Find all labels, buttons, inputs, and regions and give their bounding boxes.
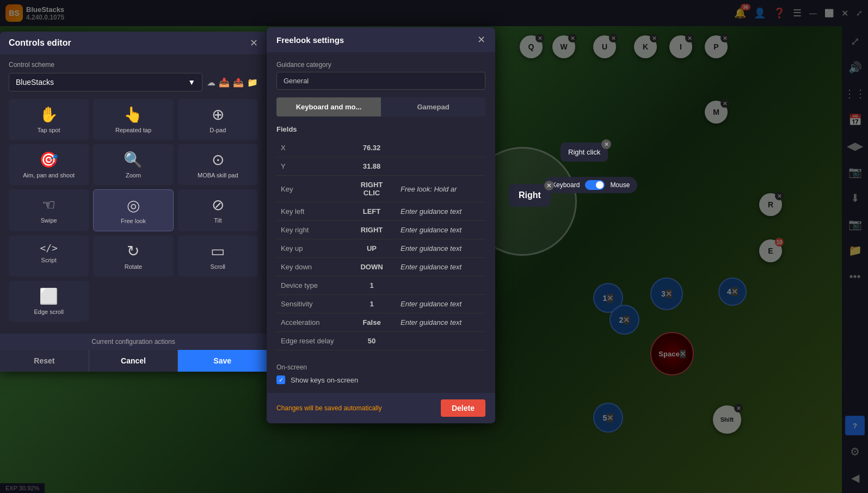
cloud-save-icon[interactable]: ☁ bbox=[207, 77, 216, 88]
config-actions-label: Current configuration actions bbox=[0, 334, 267, 350]
on-screen-label: On-screen bbox=[276, 363, 485, 371]
modal-close[interactable]: ✕ bbox=[477, 35, 485, 45]
guidance-category-input[interactable] bbox=[276, 72, 485, 90]
panel-title: Controls editor bbox=[9, 38, 71, 48]
moba-icon: ⊙ bbox=[212, 151, 224, 169]
field-device-type-guidance bbox=[396, 276, 485, 295]
field-edge-reset-delay-value[interactable]: 50 bbox=[347, 332, 396, 350]
scheme-name: BlueStacks bbox=[16, 78, 54, 87]
control-tap-spot[interactable]: ✋ Tap spot bbox=[9, 99, 89, 140]
control-edge-scroll[interactable]: ⬜ Edge scroll bbox=[9, 281, 89, 322]
zoom-icon: 🔍 bbox=[124, 151, 143, 169]
field-key-up-value[interactable]: UP bbox=[347, 239, 396, 258]
field-key-name: Key bbox=[276, 176, 347, 202]
panel-header: Controls editor ✕ bbox=[0, 32, 267, 54]
delete-button[interactable]: Delete bbox=[441, 399, 485, 417]
repeated-tap-icon: 👆 bbox=[124, 106, 143, 124]
control-moba[interactable]: ⊙ MOBA skill pad bbox=[178, 144, 258, 185]
control-aim-pan-shoot[interactable]: 🎯 Aim, pan and shoot bbox=[9, 144, 89, 185]
close-right-label[interactable]: ✕ bbox=[544, 181, 554, 190]
edge-scroll-label: Edge scroll bbox=[34, 309, 63, 315]
field-key-right-value[interactable]: RIGHT bbox=[347, 221, 396, 239]
folder-scheme-icon[interactable]: 📁 bbox=[247, 77, 258, 88]
tab-gamepad[interactable]: Gamepad bbox=[381, 97, 485, 116]
control-free-look[interactable]: ◎ Free look bbox=[93, 189, 173, 231]
toggle-switch[interactable] bbox=[585, 180, 605, 190]
control-swipe[interactable]: ☜ Swipe bbox=[9, 189, 89, 231]
field-key-left-value[interactable]: LEFT bbox=[347, 202, 396, 221]
free-look-icon: ◎ bbox=[127, 196, 140, 214]
field-edge-reset-delay-name: Edge reset delay bbox=[276, 332, 347, 350]
field-device-type-value[interactable]: 1 bbox=[347, 276, 396, 295]
keyboard-label: Keyboard bbox=[552, 181, 580, 189]
right-label-bubble: Right ✕ bbox=[509, 184, 551, 207]
tap-spot-label: Tap spot bbox=[38, 127, 60, 133]
field-key-up-guidance: Enter guidance text bbox=[396, 239, 485, 258]
zoom-label: Zoom bbox=[126, 172, 141, 178]
free-look-label: Free look bbox=[121, 218, 146, 224]
control-script[interactable]: </> Script bbox=[9, 236, 89, 276]
scroll-icon: ▭ bbox=[211, 242, 225, 260]
save-button[interactable]: Save bbox=[178, 350, 267, 372]
rotate-icon: ↻ bbox=[127, 242, 139, 260]
control-repeated-tap[interactable]: 👆 Repeated tap bbox=[93, 99, 173, 140]
field-key-left-guidance: Enter guidance text bbox=[396, 202, 485, 221]
field-acceleration-value[interactable]: False bbox=[347, 313, 396, 332]
import-icon[interactable]: 📥 bbox=[219, 77, 230, 88]
tilt-icon: ⊘ bbox=[212, 196, 224, 214]
export-icon[interactable]: 📤 bbox=[233, 77, 244, 88]
field-y-value[interactable]: 31.88 bbox=[347, 157, 396, 176]
control-scroll[interactable]: ▭ Scroll bbox=[178, 236, 258, 276]
dpad-label: D-pad bbox=[210, 127, 226, 133]
freelook-modal: Freelook settings ✕ Guidance category Ke… bbox=[267, 27, 495, 423]
on-screen-section: On-screen ✓ Show keys on-screen bbox=[276, 358, 485, 384]
modal-footer: Changes will be saved automatically Dele… bbox=[267, 393, 495, 423]
control-rotate[interactable]: ↻ Rotate bbox=[93, 236, 173, 276]
tab-keyboard-mouse[interactable]: Keyboard and mo... bbox=[276, 97, 381, 116]
control-tilt[interactable]: ⊘ Tilt bbox=[178, 189, 258, 231]
aim-pan-shoot-icon: 🎯 bbox=[39, 151, 58, 169]
dropdown-chevron: ▼ bbox=[188, 78, 195, 87]
control-grid: ✋ Tap spot 👆 Repeated tap ⊕ D-pad 🎯 Aim,… bbox=[9, 99, 258, 322]
guidance-category-label: Guidance category bbox=[276, 61, 485, 69]
input-tabs: Keyboard and mo... Gamepad bbox=[276, 97, 485, 116]
field-key-up-name: Key up bbox=[276, 239, 347, 258]
field-acceleration: Acceleration False Enter guidance text bbox=[276, 313, 485, 332]
tap-spot-icon: ✋ bbox=[39, 106, 58, 124]
control-dpad[interactable]: ⊕ D-pad bbox=[178, 99, 258, 140]
fields-table: X 76.32 Y 31.88 Key RIGHT CLIC Free look… bbox=[276, 139, 485, 350]
rotate-label: Rotate bbox=[125, 263, 142, 270]
auto-save-text: Changes will be saved automatically bbox=[276, 404, 381, 412]
field-acceleration-guidance: Enter guidance text bbox=[396, 313, 485, 332]
reset-button[interactable]: Reset bbox=[0, 350, 89, 372]
field-edge-reset-delay: Edge reset delay 50 bbox=[276, 332, 485, 350]
keyboard-mouse-toggle[interactable]: Keyboard Mouse bbox=[544, 177, 637, 193]
field-sensitivity-name: Sensitivity bbox=[276, 295, 347, 313]
cancel-button[interactable]: Cancel bbox=[89, 350, 178, 372]
field-sensitivity-value[interactable]: 1 bbox=[347, 295, 396, 313]
field-x-value[interactable]: 76.32 bbox=[347, 139, 396, 157]
field-key-right: Key right RIGHT Enter guidance text bbox=[276, 221, 485, 239]
repeated-tap-label: Repeated tap bbox=[115, 127, 151, 133]
show-keys-checkbox[interactable]: ✓ bbox=[276, 375, 285, 384]
modal-title: Freelook settings bbox=[276, 35, 344, 45]
field-key-value[interactable]: RIGHT CLIC bbox=[347, 176, 396, 202]
scheme-icons: ☁ 📥 📤 📁 bbox=[207, 77, 258, 88]
scheme-label: Control scheme bbox=[9, 61, 258, 69]
controls-editor-close[interactable]: ✕ bbox=[250, 38, 258, 48]
show-keys-row[interactable]: ✓ Show keys on-screen bbox=[276, 375, 485, 384]
field-key-down-value[interactable]: DOWN bbox=[347, 258, 396, 276]
modal-header: Freelook settings ✕ bbox=[267, 27, 495, 52]
field-key: Key RIGHT CLIC Free look: Hold ar bbox=[276, 176, 485, 202]
scheme-dropdown[interactable]: BlueStacks ▼ bbox=[9, 73, 202, 91]
field-device-type-name: Device type bbox=[276, 276, 347, 295]
field-sensitivity-guidance: Enter guidance text bbox=[396, 295, 485, 313]
field-key-down-name: Key down bbox=[276, 258, 347, 276]
field-key-down: Key down DOWN Enter guidance text bbox=[276, 258, 485, 276]
control-zoom[interactable]: 🔍 Zoom bbox=[93, 144, 173, 185]
field-x: X 76.32 bbox=[276, 139, 485, 157]
control-scheme-row: BlueStacks ▼ ☁ 📥 📤 📁 bbox=[9, 73, 258, 91]
right-click-bubble: Right click ✕ bbox=[561, 143, 608, 162]
show-keys-label: Show keys on-screen bbox=[291, 376, 358, 384]
edge-scroll-icon: ⬜ bbox=[39, 287, 58, 305]
